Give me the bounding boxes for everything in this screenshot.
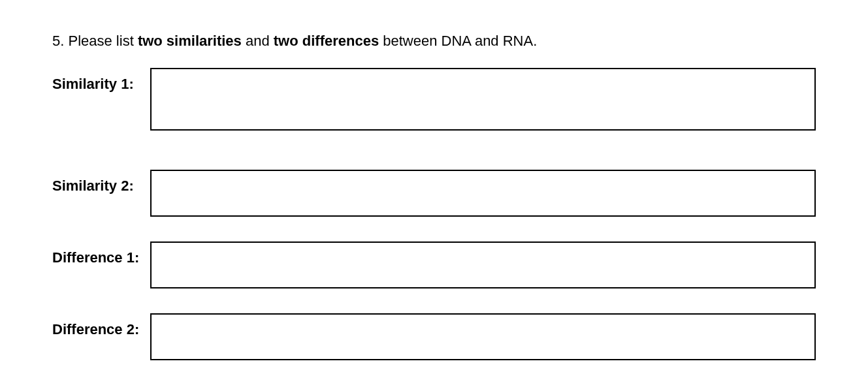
question-bold-2: two differences [274,33,379,49]
difference-1-row: Difference 1: [52,241,816,288]
similarity-2-input[interactable] [150,170,816,217]
question-suffix: between DNA and RNA. [379,33,537,49]
similarity-1-label: Similarity 1: [52,68,150,93]
similarity-1-row: Similarity 1: [52,68,816,131]
similarity-1-input[interactable] [150,68,816,131]
question-mid: and [242,33,274,49]
difference-1-label: Difference 1: [52,241,150,266]
similarity-2-label: Similarity 2: [52,170,150,194]
similarity-2-row: Similarity 2: [52,170,816,217]
difference-2-input[interactable] [150,313,816,360]
question-prompt: 5. Please list two similarities and two … [52,33,816,50]
difference-2-label: Difference 2: [52,313,150,338]
difference-2-row: Difference 2: [52,313,816,360]
difference-1-input[interactable] [150,241,816,288]
question-number: 5. [52,33,64,49]
question-prefix: Please list [68,33,137,49]
question-bold-1: two similarities [138,33,242,49]
